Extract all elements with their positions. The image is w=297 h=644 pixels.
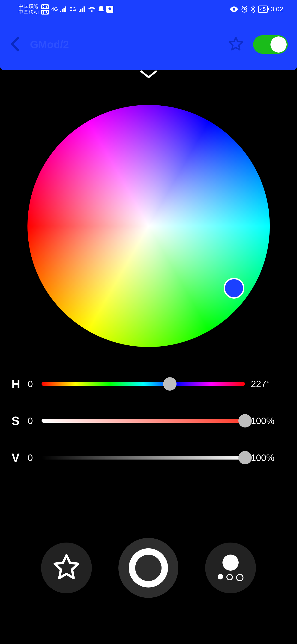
favorites-button[interactable] [41,542,92,593]
wifi-icon [88,6,96,12]
hue-row: H 0 227° [12,377,285,391]
bluetooth-icon [251,6,255,13]
bottom-actions [0,538,297,598]
alarm-icon [241,6,248,13]
value-row: V 0 100% [12,451,285,464]
saturation-row: S 0 100% [12,414,285,428]
hue-label: H [12,377,22,391]
power-button[interactable] [118,538,178,598]
hue-slider[interactable] [42,382,245,386]
signal-icon [60,6,67,12]
clock-time: 3:02 [271,6,283,13]
svg-point-1 [108,8,111,10]
saturation-min: 0 [28,416,36,426]
value-slider[interactable] [42,456,245,460]
hd-badge-2: HD [41,10,49,14]
eye-icon [230,6,238,12]
carrier-2: 中国移动 HD [19,9,49,15]
color-picker-handle[interactable] [224,278,244,298]
hue-thumb[interactable] [163,377,177,390]
value-min: 0 [28,452,36,463]
battery-level: 45 [258,6,268,13]
modes-icon [218,554,243,581]
hue-min: 0 [28,379,36,389]
app-icon [106,6,113,13]
toggle-knob [270,36,286,52]
page-title: GMod/2 [30,38,69,51]
saturation-value: 100% [251,416,285,426]
hue-value: 227° [251,379,285,389]
app-bar: GMod/2 [0,18,297,70]
signal-icon-2 [79,6,86,12]
hsv-sliders: H 0 227° S 0 100% V 0 100% [12,377,285,464]
color-wheel[interactable] [28,105,270,347]
saturation-slider[interactable] [42,419,245,423]
value-label: V [12,451,22,464]
notification-icon [98,6,104,13]
saturation-thumb[interactable] [238,414,252,428]
back-button[interactable] [9,36,21,53]
expand-chevron[interactable] [0,68,297,86]
value-value: 100% [251,452,285,463]
favorite-button[interactable] [228,36,244,53]
hd-badge-1: HD [41,4,49,9]
power-toggle[interactable] [253,35,288,54]
modes-button[interactable] [205,542,256,593]
status-bar: 中国联通 HD 中国移动 HD 4G 5G 45 3:02 [0,0,297,18]
carrier-1: 中国联通 HD [19,4,49,9]
value-thumb[interactable] [238,451,252,464]
ring-icon [129,548,168,588]
network-4g: 4G [51,6,58,12]
network-5g: 5G [70,6,76,12]
saturation-label: S [12,414,22,428]
